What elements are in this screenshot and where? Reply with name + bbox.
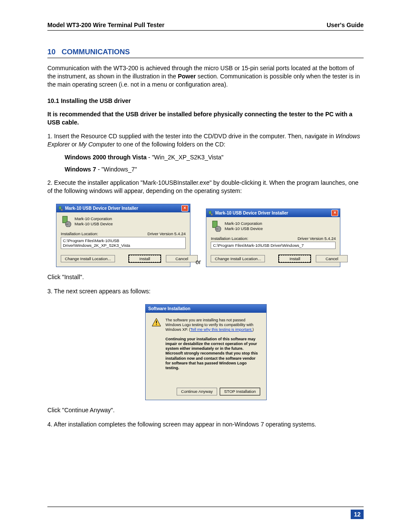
app-icon [208, 211, 213, 216]
click-install-text: Click "Install". [47, 273, 364, 281]
close-button[interactable]: × [181, 205, 188, 212]
installer-dialog-vista: Mark-10 USB Device Driver Installer × Ma… [56, 204, 190, 267]
section-title: COMMUNICATIONS [62, 48, 130, 56]
svg-rect-0 [59, 206, 61, 209]
page-footer: 12 [47, 507, 364, 519]
or-text: or [196, 258, 201, 265]
subheading-usb: 10.1 Installing the USB driver [47, 97, 364, 104]
continue-anyway-button[interactable]: Continue Anyway [177, 388, 217, 395]
corp-name: Mark-10 Corporation [224, 221, 263, 226]
svg-point-5 [211, 213, 213, 215]
step-4: 4. After installation completes the foll… [47, 420, 364, 429]
step-2: 2. Execute the installer application "Ma… [47, 179, 364, 195]
location-label: Installation Location: [61, 231, 98, 236]
paragraph-intro: Communication with the WT3-200 is achiev… [47, 64, 364, 89]
tell-me-why-link[interactable]: Tell me why this testing is important. [190, 327, 252, 332]
warning-text-2: Continuing your installation of this sof… [165, 337, 260, 371]
driver-version: Driver Version 5.4.24 [298, 236, 336, 241]
installer-dialog-win7: Mark-10 USB Device Driver Installer × Ma… [206, 208, 340, 267]
device-name: Mark-10 USB Device [224, 226, 263, 231]
change-location-button[interactable]: Change Install Location... [211, 255, 265, 262]
dialog-titlebar: Software Installation [146, 305, 266, 313]
corp-name: Mark-10 Corporation [75, 216, 113, 221]
driver-version: Driver Version 5.4.24 [147, 231, 186, 236]
svg-rect-8 [156, 320, 157, 323]
step-3: 3. The next screen appears as follows: [47, 287, 364, 296]
dialog-titlebar: Mark-10 USB Device Driver Installer × [56, 204, 190, 212]
section-heading: 10 COMMUNICATIONS [47, 48, 364, 58]
svg-rect-4 [209, 211, 211, 214]
software-installation-dialog: Software Installation The software you a… [145, 304, 267, 400]
header-right: User's Guide [327, 22, 364, 28]
app-icon [58, 206, 63, 211]
change-location-button[interactable]: Change Install Location... [61, 255, 115, 262]
device-name: Mark-10 USB Device [75, 221, 113, 227]
header-left: Model WT3-200 Wire Terminal Pull Tester [47, 22, 165, 28]
cancel-button[interactable]: Cancel [166, 255, 198, 262]
step-1: 1. Insert the Resource CD supplied with … [47, 132, 364, 149]
svg-point-1 [61, 208, 63, 211]
svg-rect-9 [156, 324, 157, 325]
device-icon [211, 221, 222, 232]
folder-vista: Windows 2000 through Vista - "Win_2K_XP_… [65, 154, 364, 161]
recommendation: It is recommended that the USB driver be… [47, 110, 364, 127]
install-path-field[interactable]: C:\Program Files\Mark-10\USB Driver\Wind… [61, 237, 186, 249]
device-icon [61, 216, 72, 227]
installer-dialogs-row: Mark-10 USB Device Driver Installer × Ma… [56, 204, 364, 267]
location-label: Installation Location: [211, 236, 248, 241]
close-button[interactable]: × [331, 210, 338, 216]
page-header: Model WT3-200 Wire Terminal Pull Tester … [47, 22, 364, 31]
dialog-title-text: Mark-10 USB Device Driver Installer [215, 211, 288, 215]
dialog-title-text: Mark-10 USB Device Driver Installer [65, 206, 138, 211]
install-button[interactable]: Install [129, 255, 161, 262]
warning-icon [152, 318, 161, 327]
click-continue-text: Click "Continue Anyway". [47, 406, 364, 414]
cancel-button[interactable]: Cancel [316, 255, 348, 262]
page-number: 12 [351, 510, 364, 519]
install-path-field[interactable]: C:\Program Files\Mark-10\USB Driver\Wind… [211, 242, 336, 249]
warning-text-1: The software you are installing has not … [165, 318, 260, 333]
folder-win7: Windows 7 - "Windows_7" [65, 166, 364, 173]
document-page: Model WT3-200 Wire Terminal Pull Tester … [0, 0, 411, 532]
dialog-titlebar: Mark-10 USB Device Driver Installer × [206, 209, 340, 217]
stop-installation-button[interactable]: STOP Installation [220, 388, 260, 395]
install-button[interactable]: Install [279, 255, 311, 262]
section-number: 10 [47, 48, 56, 56]
